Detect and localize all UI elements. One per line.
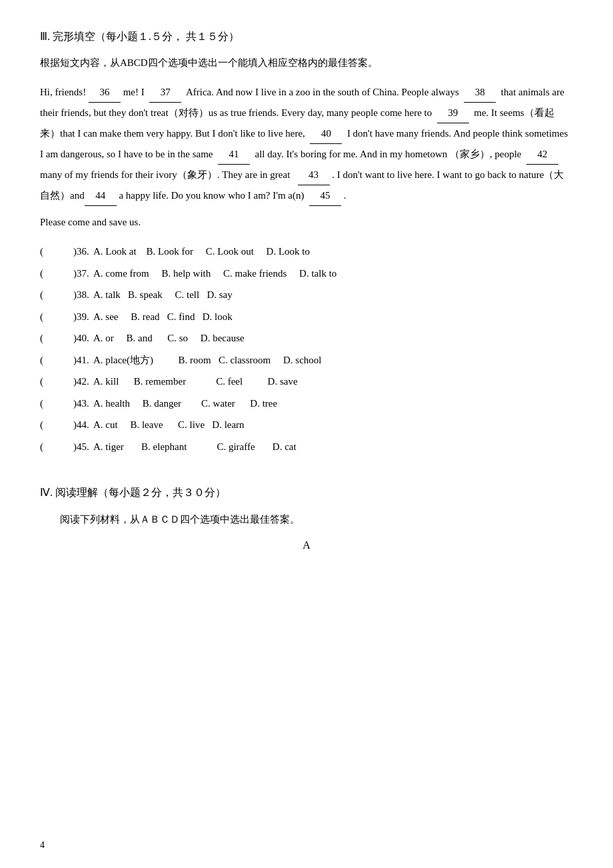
blank-37: 37	[149, 82, 181, 103]
options-40: A. or B. and C. so D. because	[93, 329, 573, 348]
question-item-41: ( )41. A. place(地方) B. room C. classroom…	[40, 351, 573, 370]
section4-instruction: 阅读下列材料，从ＡＢＣＤ四个选项中选出最佳答案。	[40, 510, 573, 529]
please-note: Please come and save us.	[40, 213, 573, 232]
passage: Hi, friends! 36 me! I 37 Africa. And now…	[40, 82, 573, 206]
options-36: A. Look at B. Look for C. Look out D. Lo…	[93, 242, 573, 261]
blank-41: 41	[218, 144, 250, 165]
section-a-label: A	[40, 535, 573, 555]
bracket-40: ( )40.	[40, 329, 93, 348]
bracket-45: ( )45.	[40, 437, 93, 457]
section4-header: Ⅳ. 阅读理解（每小题２分，共３０分）	[40, 483, 573, 503]
blank-39: 39	[437, 103, 469, 123]
bracket-41: ( )41.	[40, 351, 93, 370]
bracket-43: ( )43.	[40, 394, 93, 413]
section4-divider: Ⅳ. 阅读理解（每小题２分，共３０分） 阅读下列材料，从ＡＢＣＤ四个选项中选出最…	[40, 483, 573, 555]
bracket-36: ( )36.	[40, 242, 93, 261]
options-43: A. health B. danger C. water D. tree	[93, 394, 573, 413]
blank-45: 45	[309, 185, 341, 206]
options-39: A. see B. read C. find D. look	[93, 307, 573, 327]
options-45: A. tiger B. elephant C. giraffe D. cat	[93, 437, 573, 457]
questions-list: ( )36. A. Look at B. Look for C. Look ou…	[40, 242, 573, 456]
bracket-42: ( )42.	[40, 372, 93, 391]
bracket-37: ( )37.	[40, 264, 93, 283]
section3-header: Ⅲ. 完形填空（每小题１.５分， 共１５分）	[40, 27, 573, 47]
question-item-39: ( )39. A. see B. read C. find D. look	[40, 307, 573, 327]
section3-instruction: 根据短文内容，从ABCD四个选项中选出一个能填入相应空格内的最佳答案。	[40, 53, 573, 73]
question-item-38: ( )38. A. talk B. speak C. tell D. say	[40, 285, 573, 305]
options-44: A. cut B. leave C. live D. learn	[93, 415, 573, 435]
bracket-39: ( )39.	[40, 307, 93, 327]
blank-43: 43	[298, 165, 330, 185]
bracket-44: ( )44.	[40, 415, 93, 435]
question-item-40: ( )40. A. or B. and C. so D. because	[40, 329, 573, 348]
question-item-37: ( )37. A. come from B. help with C. make…	[40, 264, 573, 283]
question-item-45: ( )45. A. tiger B. elephant C. giraffe D…	[40, 437, 573, 457]
blank-38: 38	[464, 82, 496, 103]
options-37: A. come from B. help with C. make friend…	[93, 264, 573, 283]
question-item-42: ( )42. A. kill B. remember C. feel D. sa…	[40, 372, 573, 391]
question-item-43: ( )43. A. health B. danger C. water D. t…	[40, 394, 573, 413]
blank-40: 40	[310, 123, 342, 144]
blank-44: 44	[85, 185, 117, 206]
question-item-36: ( )36. A. Look at B. Look for C. Look ou…	[40, 242, 573, 261]
options-42: A. kill B. remember C. feel D. save	[93, 372, 573, 391]
options-41: A. place(地方) B. room C. classroom D. sch…	[93, 351, 573, 370]
options-38: A. talk B. speak C. tell D. say	[93, 285, 573, 305]
question-item-44: ( )44. A. cut B. leave C. live D. learn	[40, 415, 573, 435]
blank-42: 42	[526, 144, 558, 165]
blank-36: 36	[89, 82, 121, 103]
bracket-38: ( )38.	[40, 285, 93, 305]
